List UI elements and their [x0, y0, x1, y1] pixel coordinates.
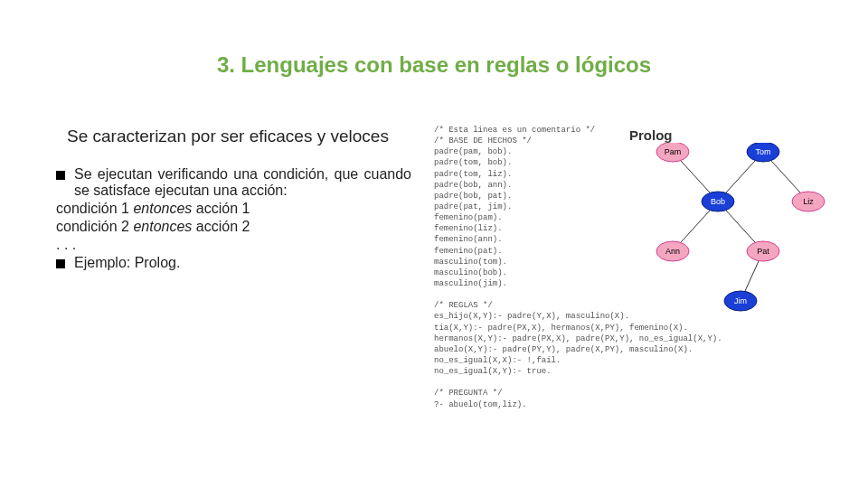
ellipsis: . . .	[54, 237, 411, 253]
bullet-2: Ejemplo: Prolog.	[54, 255, 411, 271]
svg-text:Tom: Tom	[755, 147, 770, 156]
intro-text: Se caracterizan por ser eficaces y veloc…	[54, 127, 411, 146]
cond1-part-c: acción 1	[192, 201, 250, 216]
bullet-square-icon	[56, 171, 65, 180]
slide-title: 3. Lenguajes con base en reglas o lógico…	[0, 52, 868, 78]
svg-text:Bob: Bob	[711, 197, 725, 206]
cond2-part-c: acción 2	[192, 219, 250, 234]
svg-text:Liz: Liz	[803, 197, 814, 206]
bullet-2-text: Ejemplo: Prolog.	[74, 255, 411, 271]
bullet-1: Se ejecutan verificando una condición, q…	[54, 166, 411, 199]
bullet-1-text: Se ejecutan verificando una condición, q…	[74, 166, 411, 199]
svg-text:Jim: Jim	[734, 296, 747, 305]
cond2-part-a: condición 2	[56, 219, 133, 234]
left-column: Se caracterizan por ser eficaces y veloc…	[54, 127, 411, 273]
svg-text:Pam: Pam	[665, 147, 682, 156]
family-tree-diagram: PamTomBobLizAnnPatJim	[655, 143, 844, 324]
cond2-entonces: entonces	[133, 219, 192, 234]
cond1-part-a: condición 1	[56, 201, 133, 216]
bullet-square-icon	[56, 259, 65, 268]
svg-text:Pat: Pat	[757, 247, 769, 256]
cond1-entonces: entonces	[133, 201, 192, 216]
condition-line-1: condición 1 entonces acción 1	[54, 201, 411, 217]
svg-text:Ann: Ann	[665, 247, 680, 256]
condition-line-2: condición 2 entonces acción 2	[54, 219, 411, 235]
